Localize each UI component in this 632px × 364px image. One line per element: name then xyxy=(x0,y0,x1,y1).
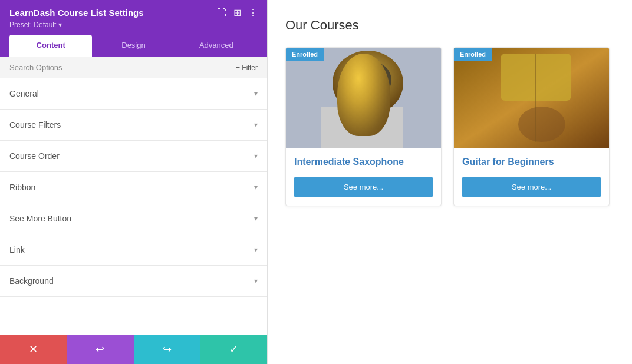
accordion-header-background[interactable]: Background ▾ xyxy=(9,266,258,296)
expand-icon[interactable]: ⛶ xyxy=(217,8,226,18)
accordion-label-general: General xyxy=(9,89,39,98)
accordion-label-course-order: Course Order xyxy=(9,151,60,161)
course-grid: Enrolled Intermediate Saxophone See more… xyxy=(285,47,614,206)
card-title-saxophone: Intermediate Saxophone xyxy=(294,156,433,168)
redo-button[interactable]: ↪ xyxy=(134,335,200,364)
course-image-guitar: Enrolled xyxy=(454,48,609,148)
preset-label[interactable]: Preset: Default xyxy=(9,21,258,29)
enrolled-badge-guitar: Enrolled xyxy=(454,48,492,61)
chevron-down-icon-course-order: ▾ xyxy=(254,152,258,160)
chevron-down-icon-see-more: ▾ xyxy=(254,214,258,223)
section-title: Our Courses xyxy=(285,18,614,33)
tabs-row: Content Design Advanced xyxy=(9,35,258,57)
tab-design[interactable]: Design xyxy=(92,35,175,57)
tab-advanced[interactable]: Advanced xyxy=(175,35,258,57)
accordion-label-link: Link xyxy=(9,245,25,254)
columns-icon[interactable]: ⊞ xyxy=(233,7,241,18)
chevron-down-icon-ribbon: ▾ xyxy=(254,183,258,191)
saxophone-image xyxy=(286,48,441,148)
accordion-header-ribbon[interactable]: Ribbon ▾ xyxy=(9,172,258,203)
left-panel: LearnDash Course List Settings ⛶ ⊞ ⋮ Pre… xyxy=(0,0,268,364)
course-card-saxophone: Enrolled Intermediate Saxophone See more… xyxy=(285,47,442,206)
accordion-label-ribbon: Ribbon xyxy=(9,183,35,192)
accordion-item-link: Link ▾ xyxy=(0,234,267,266)
search-filter-row: Search Options + Filter xyxy=(0,57,267,78)
guitar-image xyxy=(454,48,609,148)
enrolled-badge-saxophone: Enrolled xyxy=(286,48,324,61)
panel-title: LearnDash Course List Settings xyxy=(9,8,144,18)
bottom-bar: ✕ ↩ ↪ ✓ xyxy=(0,335,267,364)
chevron-down-icon-background: ▾ xyxy=(254,277,258,285)
accordion-label-course-filters: Course Filters xyxy=(9,120,61,130)
course-card-guitar: Enrolled Guitar for Beginners See more..… xyxy=(453,47,610,206)
chevron-down-icon-course-filters: ▾ xyxy=(254,121,258,129)
accordion-list: General ▾ Course Filters ▾ Course Order … xyxy=(0,78,267,335)
panel-header-icons: ⛶ ⊞ ⋮ xyxy=(217,7,258,18)
accordion-item-general: General ▾ xyxy=(0,78,267,110)
tab-content[interactable]: Content xyxy=(9,35,92,57)
accordion-header-general[interactable]: General ▾ xyxy=(9,78,258,109)
see-more-button-guitar[interactable]: See more... xyxy=(462,177,601,197)
card-title-guitar: Guitar for Beginners xyxy=(462,156,601,168)
card-body-saxophone: Intermediate Saxophone See more... xyxy=(286,148,441,206)
accordion-header-course-filters[interactable]: Course Filters ▾ xyxy=(9,110,258,140)
chevron-down-icon-link: ▾ xyxy=(254,246,258,254)
accordion-header-course-order[interactable]: Course Order ▾ xyxy=(9,141,258,171)
filter-button[interactable]: + Filter xyxy=(236,64,258,72)
cancel-button[interactable]: ✕ xyxy=(0,335,67,364)
chevron-down-icon-general: ▾ xyxy=(254,90,258,98)
accordion-item-course-filters: Course Filters ▾ xyxy=(0,110,267,141)
accordion-item-see-more: See More Button ▾ xyxy=(0,203,267,234)
search-options-label: Search Options xyxy=(9,63,62,72)
accordion-header-see-more[interactable]: See More Button ▾ xyxy=(9,203,258,234)
accordion-label-background: Background xyxy=(9,276,54,286)
card-body-guitar: Guitar for Beginners See more... xyxy=(454,148,609,206)
accordion-item-background: Background ▾ xyxy=(0,266,267,297)
right-content: Our Courses Enrolled Intermediate Saxoph… xyxy=(268,0,632,364)
accordion-item-ribbon: Ribbon ▾ xyxy=(0,172,267,203)
accordion-item-course-order: Course Order ▾ xyxy=(0,141,267,172)
undo-button[interactable]: ↩ xyxy=(67,335,133,364)
panel-header: LearnDash Course List Settings ⛶ ⊞ ⋮ Pre… xyxy=(0,0,267,57)
accordion-header-link[interactable]: Link ▾ xyxy=(9,234,258,265)
more-icon[interactable]: ⋮ xyxy=(248,7,258,18)
panel-header-top: LearnDash Course List Settings ⛶ ⊞ ⋮ xyxy=(9,7,258,18)
save-button[interactable]: ✓ xyxy=(200,335,267,364)
see-more-button-saxophone[interactable]: See more... xyxy=(294,177,433,197)
accordion-label-see-more: See More Button xyxy=(9,214,71,223)
course-image-saxophone: Enrolled xyxy=(286,48,441,148)
